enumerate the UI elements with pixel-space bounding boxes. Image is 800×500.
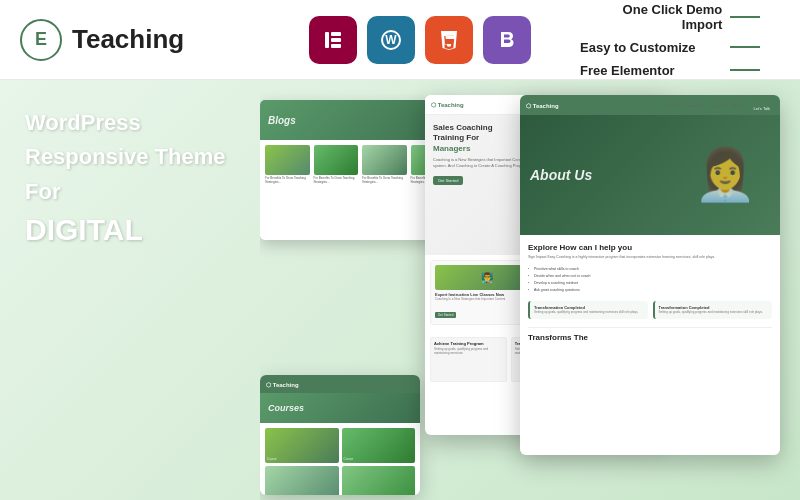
- feature-text-2: Easy to Customize: [580, 40, 696, 55]
- logo-area: E Teaching: [20, 19, 280, 61]
- blog-item-2: For Benefits To Grow Teaching Strategies…: [314, 145, 359, 185]
- course-thumb-2: Course: [342, 428, 416, 463]
- elementor-icon: [309, 16, 357, 64]
- feature-item-1: One Click Demo Import: [580, 2, 760, 32]
- hero-cta[interactable]: Get Started: [433, 176, 463, 185]
- feature-line-3: [730, 69, 760, 71]
- blog-item-3: For Benefits To Grow Teaching Strategies…: [362, 145, 407, 185]
- logo-text: Teaching: [72, 24, 184, 55]
- app-header: E Teaching W: [0, 0, 800, 80]
- right-list-3: Develop a coaching mindset: [528, 279, 772, 286]
- card-btn-1[interactable]: Get Started: [435, 312, 456, 318]
- bottom-card-1: Achieve Training Program Setting up goal…: [430, 337, 507, 382]
- svg-rect-1: [331, 32, 341, 36]
- right-desc: Sign Impact Easy Coaching is a highly in…: [528, 255, 772, 260]
- course-thumb-4: Course: [342, 466, 416, 495]
- blog-text-3: For Benefits To Grow Teaching Strategies…: [362, 177, 407, 185]
- right-mock-nav: Home About Us Courses Blog Let's Talk: [667, 95, 774, 115]
- blog-image-3: [362, 145, 407, 175]
- blogs-title: Blogs: [268, 115, 296, 126]
- right-list-4: Ask great coaching questions: [528, 286, 772, 293]
- course-text-2: Course: [344, 457, 354, 461]
- main-mock-logo: ⬡ Teaching: [431, 101, 464, 108]
- tagline-highlight: DIGITAL: [25, 213, 235, 247]
- right-nav-home: Home: [667, 103, 678, 108]
- html5-icon: [425, 16, 473, 64]
- feature-line-2: [730, 46, 760, 48]
- right-list-1: Prioritize what skills to coach: [528, 265, 772, 272]
- mockup-courses: ⬡ Teaching Courses Course Course Course …: [260, 375, 420, 495]
- blog-item-1: For Benefits To Grow Teaching Strategies…: [265, 145, 310, 185]
- features-area: One Click Demo Import Easy to Customize …: [560, 2, 780, 78]
- course-text-1: Course: [267, 457, 277, 461]
- course-thumb-1: Course: [265, 428, 339, 463]
- mockup-right: ⬡ Teaching Home About Us Courses Blog Le…: [520, 95, 780, 455]
- courses-hero: Courses: [260, 393, 420, 423]
- bc1-title: Achieve Training Program: [434, 341, 503, 346]
- hero-title-green: Managers: [433, 144, 470, 153]
- svg-text:W: W: [385, 33, 397, 47]
- right-stats: Transformation Completed Setting up goal…: [528, 301, 772, 319]
- feature-line-1: [730, 16, 760, 18]
- courses-logo: ⬡ Teaching: [266, 381, 299, 388]
- right-hero-person: 👩‍💼: [680, 115, 770, 235]
- courses-grid: Course Course Course Course: [260, 423, 420, 495]
- blog-text-2: For Benefits To Grow Teaching Strategies…: [314, 177, 359, 185]
- feature-text-1: One Click Demo Import: [580, 2, 722, 32]
- tagline-line2: Responsive Theme: [25, 144, 235, 170]
- transforms-text: Transforms The: [528, 327, 772, 342]
- courses-title: Courses: [268, 403, 304, 413]
- right-nav-cta[interactable]: Let's Talk: [750, 95, 774, 115]
- svg-rect-0: [325, 32, 329, 48]
- right-mock-header: ⬡ Teaching Home About Us Courses Blog Le…: [520, 95, 780, 115]
- bootstrap-icon: [483, 16, 531, 64]
- bc1-desc: Setting up goals, qualifying progress an…: [434, 347, 503, 355]
- left-tagline: WordPress Responsive Theme For DIGITAL: [0, 80, 260, 500]
- right-explore-title: Explore How can I help you: [528, 243, 772, 252]
- right-nav-blog: Blog: [734, 103, 742, 108]
- right-nav-about: About Us: [686, 103, 702, 108]
- stat-card-2: Transformation Completed Setting up goal…: [653, 301, 773, 319]
- right-content: Explore How can I help you Sign Impact E…: [520, 235, 780, 350]
- right-list-2: Decide when and when not to coach: [528, 272, 772, 279]
- stat-card-1: Transformation Completed Setting up goal…: [528, 301, 648, 319]
- course-thumb-3: Course: [265, 466, 339, 495]
- main-content: WordPress Responsive Theme For DIGITAL B…: [0, 80, 800, 500]
- right-nav-courses: Courses: [711, 103, 726, 108]
- feature-item-3: Free Elementor: [580, 63, 760, 78]
- right-hero: About Us 👩‍💼: [520, 115, 780, 235]
- courses-header: ⬡ Teaching: [260, 375, 420, 393]
- about-label: About Us: [530, 167, 592, 183]
- stat-desc-1: Setting up goals, qualifying progress an…: [534, 311, 644, 315]
- wordpress-icon: W: [367, 16, 415, 64]
- blog-image-1: [265, 145, 310, 175]
- right-mock-logo: ⬡ Teaching: [526, 102, 559, 109]
- tech-icons-area: W: [280, 16, 560, 64]
- center-mockups: Blogs For Benefits To Grow Teaching Stra…: [260, 80, 800, 500]
- stat-desc-2: Setting up goals, qualifying progress an…: [659, 311, 769, 315]
- right-hero-text: About Us: [530, 167, 592, 183]
- feature-item-2: Easy to Customize: [580, 40, 760, 55]
- blog-image-2: [314, 145, 359, 175]
- person-silhouette: 👩‍💼: [694, 146, 756, 204]
- svg-rect-2: [331, 38, 341, 42]
- right-list: Prioritize what skills to coach Decide w…: [528, 265, 772, 293]
- feature-text-3: Free Elementor: [580, 63, 675, 78]
- tagline-line1: WordPress: [25, 110, 235, 136]
- logo-icon: E: [20, 19, 62, 61]
- svg-rect-3: [331, 44, 341, 48]
- tagline-line3: For: [25, 179, 235, 205]
- blog-text-1: For Benefits To Grow Teaching Strategies…: [265, 177, 310, 185]
